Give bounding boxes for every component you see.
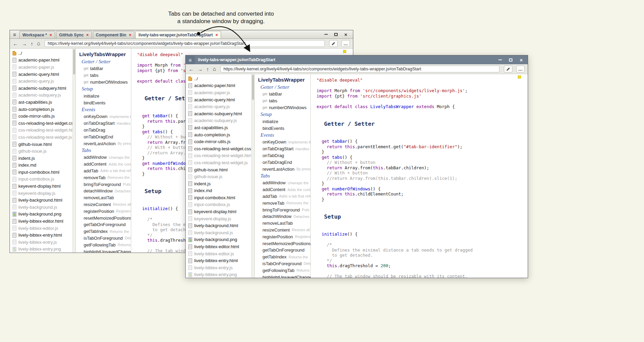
- file-item[interactable]: lively-bibtex-editor.js: [10, 225, 72, 232]
- outline-method[interactable]: getFollowingTabReturns: [79, 241, 131, 248]
- outline-method[interactable]: addTabAdds a tab that refer: [79, 168, 131, 174]
- tab[interactable]: GitHub Sync×: [56, 31, 92, 38]
- file-item[interactable]: input-combobox.js: [186, 201, 251, 208]
- file-item[interactable]: input-combobox.html: [186, 194, 251, 201]
- file-item[interactable]: ../: [186, 75, 251, 82]
- back-window-titlebar[interactable]: ≡ Workspace *×GitHub Sync×Component Bin×…: [10, 30, 353, 39]
- outline-method[interactable]: detachWindowDetaches: [79, 188, 131, 194]
- file-item[interactable]: css-reloading-test-widget.css: [186, 145, 251, 152]
- outline-method[interactable]: bindEvents: [258, 125, 310, 132]
- file-item[interactable]: input-combobox.html: [10, 169, 72, 176]
- outline-method[interactable]: resizeContentResizes all: [258, 227, 310, 234]
- outline-method[interactable]: addContentAdds the conten: [79, 161, 131, 168]
- file-item[interactable]: lively-bibtex-entry.js: [186, 264, 251, 271]
- file-item[interactable]: academic-subquery.js: [186, 117, 251, 124]
- file-item[interactable]: ast-capabilities.js: [186, 124, 251, 131]
- forward-button[interactable]: →: [22, 41, 27, 46]
- outline-section-heading[interactable]: Tabs: [258, 172, 310, 179]
- tab-close-icon[interactable]: ×: [86, 33, 89, 37]
- outline-method[interactable]: resizeContentResizes all: [79, 201, 131, 208]
- outline-method[interactable]: onKeyDownImplements the: [79, 113, 131, 120]
- file-item[interactable]: github-issue.js: [186, 173, 251, 180]
- file-item[interactable]: lively-bibtex-entry.png: [186, 271, 251, 278]
- outline-method[interactable]: addContentAdds the conten: [258, 186, 310, 193]
- file-item[interactable]: lively-bibtex-entry.js: [10, 239, 72, 246]
- back-button[interactable]: ←: [189, 67, 194, 72]
- file-item[interactable]: auto-completion.js: [10, 106, 72, 113]
- file-item[interactable]: academic-subquery.js: [10, 92, 72, 99]
- file-item[interactable]: index.md: [10, 162, 72, 169]
- file-list-scrollbar[interactable]: [72, 49, 75, 253]
- file-item[interactable]: github-issue.html: [186, 166, 251, 173]
- outline-method[interactable]: getTabOnForeground: [258, 247, 310, 254]
- file-item[interactable]: keyevent-display.html: [10, 183, 72, 190]
- file-item[interactable]: lively-bibtex-editor.html: [186, 243, 251, 250]
- close-button[interactable]: ×: [342, 31, 349, 37]
- file-item[interactable]: lively-bibtex-editor.js: [186, 250, 251, 257]
- outline-method[interactable]: initialize: [79, 92, 131, 99]
- outline-method[interactable]: bindEvents: [79, 99, 131, 106]
- menu-icon[interactable]: ≡: [12, 32, 17, 37]
- outline-section-heading[interactable]: Getter / Setter: [258, 84, 310, 91]
- minimize-button[interactable]: [497, 57, 504, 63]
- file-item[interactable]: input-combobox.js: [10, 176, 72, 183]
- file-item[interactable]: css-reloading-test-widget.js: [186, 159, 251, 166]
- outline-method[interactable]: onKeyDownImplements the: [258, 139, 310, 146]
- outline-method[interactable]: detachWindowDetaches: [258, 213, 310, 220]
- tab[interactable]: lively-tabs-wrapper.js#onTabDragStart×: [135, 31, 221, 38]
- file-item[interactable]: academic-query.js: [186, 103, 251, 110]
- outline-method[interactable]: getnumberOfWindows: [79, 79, 131, 86]
- outline-method[interactable]: gettabBar: [258, 91, 310, 98]
- outline-section-heading[interactable]: Setup: [258, 111, 310, 118]
- file-item[interactable]: academic-paper.js: [186, 89, 251, 96]
- url-input[interactable]: https://lively-kernel.org/lively4/lively…: [45, 40, 325, 47]
- file-item[interactable]: code-mirror-utils.js: [10, 113, 72, 120]
- file-item[interactable]: keyevent-display.js: [186, 215, 251, 222]
- outline-method[interactable]: getTabIndexReturns the: [79, 228, 131, 235]
- outline-method[interactable]: addWindowUnwraps the: [79, 154, 131, 161]
- file-item[interactable]: lively-bibtex-entry.html: [10, 232, 72, 239]
- file-item[interactable]: lively-background.png: [10, 211, 72, 218]
- more-button[interactable]: …: [516, 66, 525, 72]
- annotation-marker-icon[interactable]: [343, 50, 346, 53]
- outline-section-heading[interactable]: Events: [258, 132, 310, 139]
- outline-method[interactable]: removeLastTab: [258, 220, 310, 227]
- maximize-button[interactable]: [507, 57, 514, 63]
- code-editor-panel[interactable]: "disable deepeval"import Morph from 'src…: [311, 74, 528, 278]
- menu-icon[interactable]: ≡: [186, 55, 195, 64]
- more-button[interactable]: …: [341, 40, 350, 47]
- outline-method[interactable]: onTabDragStartHandles the: [258, 146, 310, 152]
- file-item[interactable]: keyevent-display.js: [10, 190, 72, 197]
- file-item[interactable]: academic-paper.html: [186, 82, 251, 89]
- outline-method[interactable]: registerPositionRegisters: [79, 208, 131, 215]
- outline-method[interactable]: isTabOnForegroundDete: [79, 235, 131, 242]
- outline-method[interactable]: removeTabRemoves the: [79, 174, 131, 181]
- outline-method[interactable]: highlightUnsavedChanges: [258, 274, 310, 278]
- outline-method[interactable]: addTabAdds a tab that refer: [258, 193, 310, 200]
- file-item[interactable]: css-reloading-test-widget.css: [10, 120, 72, 127]
- front-window-titlebar[interactable]: ≡ lively-tabs-wrapper.js#onTabDragStart …: [186, 55, 528, 64]
- file-item[interactable]: academic-query.html: [10, 71, 72, 78]
- file-item[interactable]: indent.js: [186, 180, 251, 187]
- file-item[interactable]: ast-capabilities.js: [10, 99, 72, 106]
- outline-section-heading[interactable]: Setup: [79, 85, 131, 92]
- outline-method[interactable]: removeTabRemoves the: [258, 200, 310, 206]
- outline-method[interactable]: resetMemoizedPositions: [258, 240, 310, 247]
- outline-method[interactable]: gettabs: [79, 72, 131, 79]
- tab-close-icon[interactable]: ×: [129, 33, 131, 37]
- outline-method[interactable]: getTabIndexReturns the: [258, 254, 310, 260]
- annotation-marker-icon[interactable]: [518, 75, 521, 79]
- outline-method[interactable]: revertLastActionBy pressing: [258, 166, 310, 172]
- file-item[interactable]: auto-completion.js: [186, 131, 251, 138]
- file-item[interactable]: lively-background.js: [186, 229, 251, 236]
- file-item[interactable]: keyevent-display.html: [186, 208, 251, 215]
- tab-close-icon[interactable]: ×: [50, 33, 52, 37]
- file-item[interactable]: academic-paper.html: [10, 57, 72, 64]
- tab[interactable]: Component Bin×: [93, 31, 134, 38]
- file-item[interactable]: github-issue.js: [10, 148, 72, 155]
- outline-section-heading[interactable]: Tabs: [79, 147, 131, 154]
- file-item[interactable]: lively-bibtex-entry.html: [186, 257, 251, 264]
- outline-method[interactable]: getFollowingTabReturns: [258, 267, 310, 274]
- file-item[interactable]: lively-background.html: [186, 222, 251, 229]
- file-item[interactable]: academic-subquery.html: [10, 85, 72, 92]
